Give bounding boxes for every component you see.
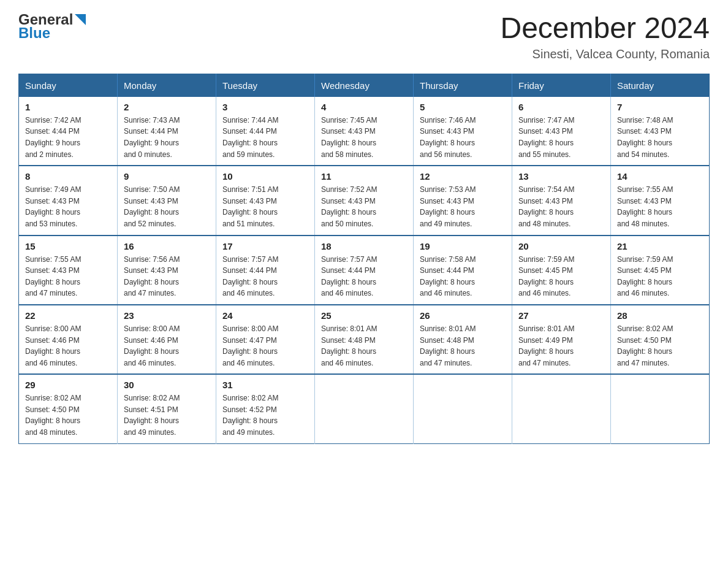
calendar-cell: 23 Sunrise: 8:00 AMSunset: 4:46 PMDaylig… (118, 305, 216, 374)
day-number: 29 (25, 380, 111, 390)
day-number: 8 (25, 171, 111, 182)
day-number: 27 (518, 310, 604, 321)
day-number: 4 (321, 102, 407, 112)
calendar-week-row: 8 Sunrise: 7:49 AMSunset: 4:43 PMDayligh… (19, 166, 710, 235)
calendar-week-row: 15 Sunrise: 7:55 AMSunset: 4:43 PMDaylig… (19, 236, 710, 305)
day-info: Sunrise: 8:00 AMSunset: 4:46 PMDaylight:… (124, 323, 210, 369)
day-number: 6 (518, 102, 604, 112)
day-number: 16 (124, 241, 210, 251)
calendar-cell: 24 Sunrise: 8:00 AMSunset: 4:47 PMDaylig… (216, 305, 315, 374)
calendar-cell: 15 Sunrise: 7:55 AMSunset: 4:43 PMDaylig… (19, 236, 118, 305)
day-info: Sunrise: 8:02 AMSunset: 4:51 PMDaylight:… (124, 393, 210, 438)
day-info: Sunrise: 7:56 AMSunset: 4:43 PMDaylight:… (124, 254, 210, 299)
column-header-sunday: Sunday (19, 74, 118, 97)
column-header-tuesday: Tuesday (216, 74, 315, 97)
day-info: Sunrise: 7:45 AMSunset: 4:43 PMDaylight:… (321, 115, 407, 160)
calendar-cell: 8 Sunrise: 7:49 AMSunset: 4:43 PMDayligh… (19, 166, 118, 235)
calendar-cell: 12 Sunrise: 7:53 AMSunset: 4:43 PMDaylig… (414, 166, 512, 235)
calendar-cell: 1 Sunrise: 7:42 AMSunset: 4:44 PMDayligh… (19, 97, 118, 166)
logo: General Blue (18, 12, 86, 40)
calendar-cell (512, 374, 611, 443)
calendar-cell: 6 Sunrise: 7:47 AMSunset: 4:43 PMDayligh… (512, 97, 611, 166)
logo-blue-text: Blue (18, 26, 50, 40)
calendar-cell: 3 Sunrise: 7:44 AMSunset: 4:44 PMDayligh… (216, 97, 315, 166)
day-info: Sunrise: 8:01 AMSunset: 4:49 PMDaylight:… (518, 323, 604, 369)
calendar-cell: 13 Sunrise: 7:54 AMSunset: 4:43 PMDaylig… (512, 166, 611, 235)
day-number: 21 (617, 241, 703, 251)
calendar-cell (414, 374, 512, 443)
day-info: Sunrise: 7:59 AMSunset: 4:45 PMDaylight:… (518, 254, 604, 299)
day-number: 15 (25, 241, 111, 251)
calendar-cell: 11 Sunrise: 7:52 AMSunset: 4:43 PMDaylig… (315, 166, 414, 235)
page-subtitle: Sinesti, Valcea County, Romania (500, 47, 710, 61)
calendar-cell: 31 Sunrise: 8:02 AMSunset: 4:52 PMDaylig… (216, 374, 315, 443)
day-info: Sunrise: 7:58 AMSunset: 4:44 PMDaylight:… (420, 254, 506, 299)
day-info: Sunrise: 7:57 AMSunset: 4:44 PMDaylight:… (321, 254, 407, 299)
day-info: Sunrise: 7:46 AMSunset: 4:43 PMDaylight:… (420, 115, 506, 160)
day-number: 26 (420, 310, 506, 321)
day-info: Sunrise: 7:43 AMSunset: 4:44 PMDaylight:… (124, 115, 210, 160)
logo-triangle-icon (75, 14, 86, 27)
day-info: Sunrise: 7:51 AMSunset: 4:43 PMDaylight:… (222, 184, 308, 229)
day-info: Sunrise: 7:55 AMSunset: 4:43 PMDaylight:… (617, 184, 703, 229)
calendar-cell: 2 Sunrise: 7:43 AMSunset: 4:44 PMDayligh… (118, 97, 216, 166)
column-header-saturday: Saturday (611, 74, 710, 97)
day-info: Sunrise: 7:47 AMSunset: 4:43 PMDaylight:… (518, 115, 604, 160)
day-info: Sunrise: 7:42 AMSunset: 4:44 PMDaylight:… (25, 115, 111, 160)
calendar-cell: 9 Sunrise: 7:50 AMSunset: 4:43 PMDayligh… (118, 166, 216, 235)
day-info: Sunrise: 8:01 AMSunset: 4:48 PMDaylight:… (321, 323, 407, 369)
day-info: Sunrise: 7:50 AMSunset: 4:43 PMDaylight:… (124, 184, 210, 229)
day-number: 11 (321, 171, 407, 182)
calendar-cell (611, 374, 710, 443)
day-info: Sunrise: 8:02 AMSunset: 4:50 PMDaylight:… (617, 323, 703, 369)
svg-marker-0 (75, 14, 86, 25)
day-info: Sunrise: 7:52 AMSunset: 4:43 PMDaylight:… (321, 184, 407, 229)
calendar-cell: 16 Sunrise: 7:56 AMSunset: 4:43 PMDaylig… (118, 236, 216, 305)
calendar-cell: 14 Sunrise: 7:55 AMSunset: 4:43 PMDaylig… (611, 166, 710, 235)
day-info: Sunrise: 7:54 AMSunset: 4:43 PMDaylight:… (518, 184, 604, 229)
calendar-cell: 29 Sunrise: 8:02 AMSunset: 4:50 PMDaylig… (19, 374, 118, 443)
day-number: 30 (124, 380, 210, 390)
day-number: 10 (222, 171, 308, 182)
calendar-header-row: SundayMondayTuesdayWednesdayThursdayFrid… (19, 74, 710, 97)
day-number: 19 (420, 241, 506, 251)
title-section: December 2024 Sinesti, Valcea County, Ro… (500, 12, 710, 61)
day-number: 24 (222, 310, 308, 321)
calendar-cell: 4 Sunrise: 7:45 AMSunset: 4:43 PMDayligh… (315, 97, 414, 166)
day-number: 2 (124, 102, 210, 112)
calendar-week-row: 22 Sunrise: 8:00 AMSunset: 4:46 PMDaylig… (19, 305, 710, 374)
calendar-week-row: 29 Sunrise: 8:02 AMSunset: 4:50 PMDaylig… (19, 374, 710, 443)
day-number: 7 (617, 102, 703, 112)
day-info: Sunrise: 7:59 AMSunset: 4:45 PMDaylight:… (617, 254, 703, 299)
day-info: Sunrise: 8:02 AMSunset: 4:50 PMDaylight:… (25, 393, 111, 438)
day-number: 23 (124, 310, 210, 321)
page-title: December 2024 (500, 12, 710, 45)
calendar-cell: 5 Sunrise: 7:46 AMSunset: 4:43 PMDayligh… (414, 97, 512, 166)
calendar-cell: 22 Sunrise: 8:00 AMSunset: 4:46 PMDaylig… (19, 305, 118, 374)
day-number: 1 (25, 102, 111, 112)
day-info: Sunrise: 8:02 AMSunset: 4:52 PMDaylight:… (222, 393, 308, 438)
column-header-monday: Monday (118, 74, 216, 97)
day-number: 31 (222, 380, 308, 390)
day-number: 13 (518, 171, 604, 182)
day-number: 25 (321, 310, 407, 321)
day-number: 22 (25, 310, 111, 321)
day-info: Sunrise: 8:01 AMSunset: 4:48 PMDaylight:… (420, 323, 506, 369)
calendar-cell: 30 Sunrise: 8:02 AMSunset: 4:51 PMDaylig… (118, 374, 216, 443)
calendar-table: SundayMondayTuesdayWednesdayThursdayFrid… (18, 74, 710, 444)
calendar-week-row: 1 Sunrise: 7:42 AMSunset: 4:44 PMDayligh… (19, 97, 710, 166)
day-number: 12 (420, 171, 506, 182)
day-info: Sunrise: 8:00 AMSunset: 4:47 PMDaylight:… (222, 323, 308, 369)
day-number: 3 (222, 102, 308, 112)
calendar-cell: 28 Sunrise: 8:02 AMSunset: 4:50 PMDaylig… (611, 305, 710, 374)
column-header-wednesday: Wednesday (315, 74, 414, 97)
day-info: Sunrise: 7:49 AMSunset: 4:43 PMDaylight:… (25, 184, 111, 229)
column-header-thursday: Thursday (414, 74, 512, 97)
calendar-cell: 25 Sunrise: 8:01 AMSunset: 4:48 PMDaylig… (315, 305, 414, 374)
day-number: 9 (124, 171, 210, 182)
calendar-cell (315, 374, 414, 443)
calendar-cell: 21 Sunrise: 7:59 AMSunset: 4:45 PMDaylig… (611, 236, 710, 305)
day-info: Sunrise: 7:48 AMSunset: 4:43 PMDaylight:… (617, 115, 703, 160)
day-number: 28 (617, 310, 703, 321)
day-number: 5 (420, 102, 506, 112)
